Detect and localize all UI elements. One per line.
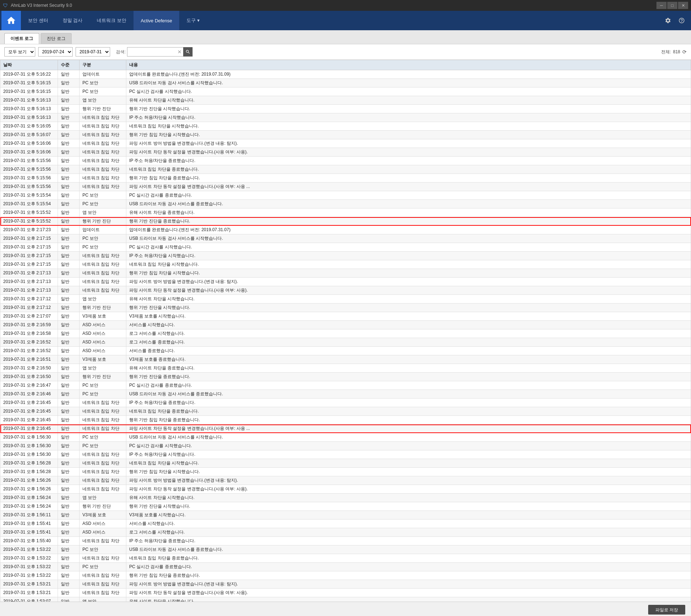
table-row[interactable]: 2019-07-31 오후 1:56:24일반앱 보안유해 사이트 차단을 시작… bbox=[0, 494, 691, 502]
table-row[interactable]: 2019-07-31 오후 1:53:07일반앱 보안유해 사이트 차단을 시작… bbox=[0, 597, 691, 602]
table-row[interactable]: 2019-07-31 오후 5:15:54일반PC 보안USB 드라이브 자동 … bbox=[0, 200, 691, 208]
table-row[interactable]: 2019-07-31 오후 1:53:22일반네트워크 침입 차단네트워크 침입… bbox=[0, 554, 691, 563]
cell-date: 2019-07-31 오후 5:16:15 bbox=[0, 79, 58, 87]
table-row[interactable]: 2019-07-31 오후 2:16:46일반PC 보안USB 드라이브 자동 … bbox=[0, 390, 691, 399]
table-row[interactable]: 2019-07-31 오후 2:16:52일반ASD 서비스로그 서비스를 종료… bbox=[0, 338, 691, 347]
table-row[interactable]: 2019-07-31 오후 1:56:26일반네트워크 침입 차단파밍 사이트 … bbox=[0, 476, 691, 485]
table-row[interactable]: 2019-07-31 오후 1:53:22일반PC 보안PC 실시간 검사를 종… bbox=[0, 563, 691, 571]
table-row[interactable]: 2019-07-31 오후 5:15:54일반PC 보안PC 실시간 검사를 종… bbox=[0, 191, 691, 200]
nav-network-security[interactable]: 네트워크 보안 bbox=[90, 11, 134, 30]
table-row[interactable]: 2019-07-31 오후 1:53:22일반네트워크 침입 차단행위 기반 침… bbox=[0, 571, 691, 580]
nav-active-defense[interactable]: Active Defense bbox=[134, 11, 179, 30]
cell-content: 네트워크 침입 차단을 시작했습니다. bbox=[126, 459, 691, 468]
table-row[interactable]: 2019-07-31 오후 5:15:56일반네트워크 침입 차단행위 기반 침… bbox=[0, 174, 691, 183]
search-clear-icon[interactable]: ✕ bbox=[177, 49, 182, 55]
table-row[interactable]: 2019-07-31 오후 2:16:51일반V3제품 보호V3제품 보호를 종… bbox=[0, 355, 691, 364]
cell-level: 일반 bbox=[58, 70, 80, 79]
table-row[interactable]: 2019-07-31 오후 2:17:12일반앱 보안유해 사이트 차단을 시작… bbox=[0, 295, 691, 303]
table-row[interactable]: 2019-07-31 오후 2:17:15일반PC 보안PC 실시간 검사를 시… bbox=[0, 243, 691, 252]
close-button[interactable]: ✕ bbox=[678, 2, 688, 9]
help-button[interactable] bbox=[675, 14, 688, 27]
table-row[interactable]: 2019-07-31 오후 5:16:13일반행위 기반 진단행위 기반 진단을… bbox=[0, 105, 691, 113]
table-row[interactable]: 2019-07-31 오후 2:16:50일반앱 보안유해 사이트 차단을 종료… bbox=[0, 364, 691, 373]
table-row[interactable]: 2019-07-31 오후 2:17:13일반네트워크 침입 차단파밍 사이트 … bbox=[0, 286, 691, 295]
search-input[interactable] bbox=[127, 47, 185, 57]
table-row[interactable]: 2019-07-31 오후 5:16:13일반앱 보안유해 사이트 차단을 시작… bbox=[0, 96, 691, 105]
table-row[interactable]: 2019-07-31 오후 5:16:22일반업데이트업데이트를 완료했습니다.… bbox=[0, 70, 691, 79]
to-date-filter[interactable]: 2019-07-31 bbox=[76, 47, 110, 57]
cell-level: 일반 bbox=[58, 459, 80, 468]
home-button[interactable] bbox=[1, 11, 21, 30]
table-row[interactable]: 2019-07-31 오후 5:15:56일반네트워크 침입 차단IP 주소 허… bbox=[0, 157, 691, 165]
table-row[interactable]: 2019-07-31 오후 5:16:06일반네트워크 침입 차단파밍 사이트 … bbox=[0, 139, 691, 148]
table-row[interactable]: 2019-07-31 오후 2:16:45일반네트워크 침입 차단네트워크 침입… bbox=[0, 407, 691, 416]
save-file-button[interactable]: 파일로 저장 bbox=[648, 605, 685, 615]
table-row[interactable]: 2019-07-31 오후 2:17:12일반행위 기반 진단행위 기반 진단을… bbox=[0, 303, 691, 312]
cell-type: 네트워크 침입 차단 bbox=[80, 468, 126, 476]
table-row[interactable]: 2019-07-31 오후 1:56:30일반PC 보안USB 드라이브 자동 … bbox=[0, 433, 691, 442]
table-row[interactable]: 2019-07-31 오후 1:53:21일반네트워크 침입 차단파밍 사이트 … bbox=[0, 580, 691, 589]
table-row[interactable]: 2019-07-31 오후 2:17:13일반네트워크 침입 차단파밍 사이트 … bbox=[0, 278, 691, 286]
table-row[interactable]: 2019-07-31 오후 2:17:15일반네트워크 침입 차단네트워크 침입… bbox=[0, 260, 691, 269]
cell-date: 2019-07-31 오후 5:15:56 bbox=[0, 165, 58, 174]
refresh-button[interactable]: ⟳ bbox=[682, 49, 687, 55]
table-row[interactable]: 2019-07-31 오후 5:15:52일반행위 기반 진단행위 기반 진단을… bbox=[0, 217, 691, 226]
table-row[interactable]: 2019-07-31 오후 2:16:45일반네트워크 침입 차단IP 주소 허… bbox=[0, 399, 691, 407]
cell-date: 2019-07-31 오후 2:17:12 bbox=[0, 295, 58, 303]
cell-type: 네트워크 침입 차단 bbox=[80, 148, 126, 157]
table-row[interactable]: 2019-07-31 오후 5:15:52일반앱 보안유해 사이트 차단을 종료… bbox=[0, 208, 691, 217]
table-row[interactable]: 2019-07-31 오후 1:55:40일반네트워크 침입 차단IP 주소 허… bbox=[0, 537, 691, 545]
nav-tools[interactable]: 도구 ▾ bbox=[179, 11, 207, 30]
table-row[interactable]: 2019-07-31 오후 5:15:56일반네트워크 침입 차단네트워크 침입… bbox=[0, 165, 691, 174]
cell-type: ASD 서비스 bbox=[80, 321, 126, 329]
table-row[interactable]: 2019-07-31 오후 1:53:21일반네트워크 침입 차단파밍 사이트 … bbox=[0, 589, 691, 597]
table-row[interactable]: 2019-07-31 오후 5:16:05일반네트워크 침입 차단네트워크 침입… bbox=[0, 122, 691, 131]
cell-type: ASD 서비스 bbox=[80, 338, 126, 347]
table-row[interactable]: 2019-07-31 오후 1:56:26일반네트워크 침입 차단파밍 사이트 … bbox=[0, 485, 691, 494]
table-row[interactable]: 2019-07-31 오후 2:16:47일반PC 보안PC 실시간 검사를 종… bbox=[0, 381, 691, 390]
table-row[interactable]: 2019-07-31 오후 1:56:24일반행위 기반 진단행위 기반 진단을… bbox=[0, 502, 691, 511]
table-row[interactable]: 2019-07-31 오후 2:17:15일반네트워크 침입 차단IP 주소 허… bbox=[0, 252, 691, 260]
restore-button[interactable]: □ bbox=[667, 2, 677, 9]
table-row[interactable]: 2019-07-31 오후 2:16:45일반네트워크 침입 차단행위 기반 침… bbox=[0, 416, 691, 424]
table-row[interactable]: 2019-07-31 오후 1:56:30일반PC 보안PC 실시간 검사를 시… bbox=[0, 442, 691, 450]
tab-event-log[interactable]: 이벤트 로그 bbox=[4, 33, 39, 44]
table-row[interactable]: 2019-07-31 오후 2:17:13일반네트워크 침입 차단행위 기반 침… bbox=[0, 269, 691, 278]
table-row[interactable]: 2019-07-31 오후 1:53:22일반PC 보안USB 드라이브 자동 … bbox=[0, 545, 691, 554]
table-row[interactable]: 2019-07-31 오후 2:17:07일반V3제품 보호V3제품 보호를 시… bbox=[0, 312, 691, 321]
table-row[interactable]: 2019-07-31 오후 2:17:15일반PC 보안USB 드라이브 자동 … bbox=[0, 234, 691, 243]
table-row[interactable]: 2019-07-31 오후 5:16:06일반네트워크 침입 차단파밍 사이트 … bbox=[0, 148, 691, 157]
cell-content: USB 드라이브 자동 검사 서비스를 종료했습니다. bbox=[126, 200, 691, 208]
cell-level: 일반 bbox=[58, 252, 80, 260]
cell-content: USB 드라이브 자동 검사 서비스를 시작했습니다. bbox=[126, 433, 691, 442]
table-row[interactable]: 2019-07-31 오후 2:17:23일반업데이트업데이트를 완료했습니다.… bbox=[0, 226, 691, 234]
table-row[interactable]: 2019-07-31 오후 5:15:56일반네트워크 침입 차단파밍 사이트 … bbox=[0, 183, 691, 191]
table-row[interactable]: 2019-07-31 오후 5:16:15일반PC 보안PC 실시간 검사를 시… bbox=[0, 87, 691, 96]
table-row[interactable]: 2019-07-31 오후 2:16:50일반행위 기반 진단행위 기반 진단을… bbox=[0, 373, 691, 381]
cell-level: 일반 bbox=[58, 122, 80, 131]
log-table-body: 2019-07-31 오후 5:16:22일반업데이트업데이트를 완료했습니다.… bbox=[0, 70, 691, 602]
nav-security-center[interactable]: 보안 센터 bbox=[21, 11, 55, 30]
table-row[interactable]: 2019-07-31 오후 2:16:45일반네트워크 침입 차단파밍 사이트 … bbox=[0, 424, 691, 433]
table-row[interactable]: 2019-07-31 오후 5:16:13일반네트워크 침입 차단IP 주소 허… bbox=[0, 113, 691, 122]
table-row[interactable]: 2019-07-31 오후 1:56:28일반네트워크 침입 차단행위 기반 침… bbox=[0, 468, 691, 476]
cell-level: 일반 bbox=[58, 355, 80, 364]
table-row[interactable]: 2019-07-31 오후 1:56:30일반네트워크 침입 차단IP 주소 허… bbox=[0, 450, 691, 459]
tab-diagnostic-log[interactable]: 진단 로그 bbox=[41, 33, 71, 44]
search-button[interactable] bbox=[183, 47, 193, 57]
table-row[interactable]: 2019-07-31 오후 1:56:11일반V3제품 보호V3제품 보호를 시… bbox=[0, 511, 691, 520]
settings-button[interactable] bbox=[661, 14, 674, 27]
table-row[interactable]: 2019-07-31 오후 5:16:15일반PC 보안USB 드라이브 자동 … bbox=[0, 79, 691, 87]
total-label: 전체: bbox=[661, 49, 671, 55]
from-date-filter[interactable]: 2019-07-24 bbox=[38, 47, 73, 57]
table-row[interactable]: 2019-07-31 오후 1:56:28일반네트워크 침입 차단네트워크 침입… bbox=[0, 459, 691, 468]
table-row[interactable]: 2019-07-31 오후 1:55:41일반ASD 서비스서비스를 시작했습니… bbox=[0, 520, 691, 528]
table-row[interactable]: 2019-07-31 오후 1:55:41일반ASD 서비스로그 서비스를 시작… bbox=[0, 528, 691, 537]
table-row[interactable]: 2019-07-31 오후 2:16:58일반ASD 서비스로그 서비스를 시작… bbox=[0, 329, 691, 338]
nav-deep-scan[interactable]: 정밀 검사 bbox=[55, 11, 90, 30]
minimize-button[interactable]: ─ bbox=[656, 2, 667, 9]
table-row[interactable]: 2019-07-31 오후 2:16:59일반ASD 서비스서비스를 시작했습니… bbox=[0, 321, 691, 329]
view-filter[interactable]: 모두 보기 bbox=[4, 47, 35, 57]
table-row[interactable]: 2019-07-31 오후 2:16:52일반ASD 서비스서비스를 종료했습니… bbox=[0, 347, 691, 355]
table-row[interactable]: 2019-07-31 오후 5:16:07일반네트워크 침입 차단행위 기반 침… bbox=[0, 131, 691, 139]
